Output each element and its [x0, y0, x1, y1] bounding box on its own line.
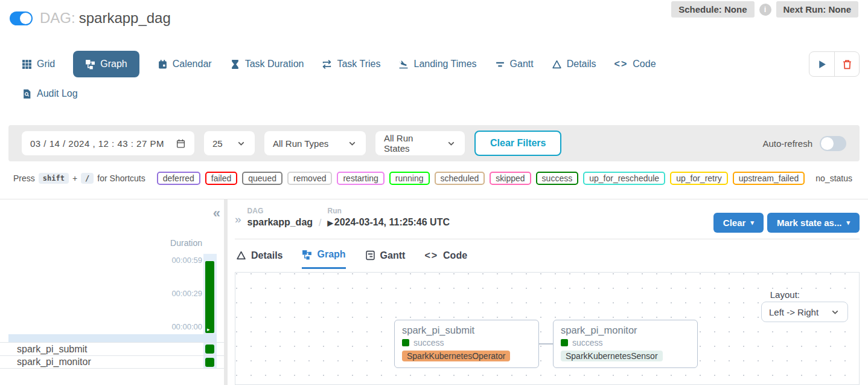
run-state-icon: ▶ — [328, 219, 333, 227]
tab-run-graph[interactable]: Graph — [302, 249, 345, 269]
dag-header: DAG:sparkapp_dag — [10, 10, 171, 27]
gantt-doc-icon — [365, 250, 375, 260]
tab-calendar[interactable]: Calendar — [158, 59, 212, 70]
airflow-app: Schedule: None i Next Run: None DAG:spar… — [0, 0, 868, 385]
calendar-picker-icon[interactable] — [176, 138, 186, 149]
status-badge[interactable]: queued — [242, 172, 282, 185]
base-date-input[interactable]: 03 / 14 / 2024 , 12 : 43 : 27 PM — [22, 131, 194, 155]
tab-task-tries[interactable]: Task Tries — [322, 59, 380, 70]
collapse-panel-icon[interactable]: « — [213, 207, 220, 220]
dag-enabled-toggle[interactable] — [10, 11, 33, 25]
selected-run-band — [8, 334, 217, 342]
clear-run-button[interactable]: Clear ▾ — [713, 213, 764, 233]
tab-label: Details — [567, 59, 596, 70]
shortcuts-text: for Shortcuts — [97, 173, 145, 183]
run-types-select[interactable]: All Run Types — [264, 131, 366, 155]
tab-landing-times[interactable]: Landing Times — [398, 59, 476, 70]
dag-name: sparkapp_dag — [79, 10, 171, 26]
auto-refresh-control: Auto-refresh — [762, 136, 846, 151]
task-state-row: success — [402, 338, 531, 348]
layout-label: Layout: — [770, 290, 800, 300]
tab-label: Landing Times — [413, 59, 476, 70]
task-row[interactable]: spark_pi_monitor — [0, 355, 224, 369]
axis-tick: 00:00:00 — [171, 322, 202, 331]
breadcrumb-run[interactable]: Run ▶2024-03-14, 11:25:46 UTC — [328, 207, 450, 228]
tab-gantt[interactable]: Gantt — [495, 59, 534, 70]
task-instance-square[interactable] — [205, 345, 214, 354]
task-list: spark_pi_submit spark_pi_monitor — [0, 342, 224, 369]
breadcrumb-dag[interactable]: DAG sparkapp_dag — [247, 207, 313, 228]
expand-panel-icon[interactable]: » — [235, 213, 241, 226]
run-types-value: All Run Types — [273, 138, 328, 149]
run-states-select[interactable]: All Run States — [375, 131, 465, 155]
layout-select[interactable]: Left -> Right — [761, 302, 848, 322]
status-badge[interactable]: success — [536, 172, 579, 185]
tab-label: Calendar — [173, 59, 212, 70]
tab-run-details[interactable]: Details — [236, 249, 282, 269]
task-row[interactable]: spark_pi_submit — [0, 342, 224, 355]
plane-landing-icon — [398, 59, 409, 70]
page-size-value: 25 — [212, 138, 223, 149]
task-node-title: spark_pi_submit — [402, 325, 531, 336]
breadcrumb-run-value: ▶2024-03-14, 11:25:46 UTC — [328, 217, 450, 228]
mark-state-button[interactable]: Mark state as... ▾ — [767, 213, 860, 233]
task-node-spark-pi-submit[interactable]: spark_pi_submit success SparkKubernetesO… — [394, 320, 539, 368]
status-badge[interactable]: scheduled — [435, 172, 485, 185]
info-icon[interactable]: i — [759, 4, 771, 16]
code-icon: <> — [424, 250, 438, 261]
tab-audit-log[interactable]: Audit Log — [22, 88, 78, 99]
status-badge[interactable]: deferred — [157, 172, 200, 185]
delete-dag-button[interactable] — [834, 52, 859, 76]
status-badge[interactable]: skipped — [490, 172, 531, 185]
mark-state-label: Mark state as... — [777, 218, 842, 228]
dag-actions — [809, 51, 860, 77]
status-badge[interactable]: up_for_reschedule — [583, 172, 665, 185]
filter-bar: 03 / 14 / 2024 , 12 : 43 : 27 PM 25 All … — [8, 125, 860, 161]
status-badge[interactable]: no_status — [809, 172, 858, 185]
page-size-select[interactable]: 25 — [204, 131, 255, 155]
chevron-down-icon — [446, 138, 456, 149]
play-icon — [817, 59, 827, 70]
auto-refresh-toggle[interactable] — [820, 136, 846, 151]
tab-code[interactable]: <> Code — [614, 59, 656, 70]
run-duration-bar[interactable]: ▸ — [205, 261, 214, 333]
trigger-dag-button[interactable] — [809, 52, 834, 76]
status-badge[interactable]: running — [389, 172, 430, 185]
tab-run-gantt[interactable]: Gantt — [365, 249, 406, 269]
view-tabs: Grid Graph Calendar Task Duration Task T… — [22, 51, 656, 77]
status-badge[interactable]: failed — [205, 172, 237, 185]
tab-grid[interactable]: Grid — [22, 59, 55, 70]
chevron-down-icon — [830, 307, 840, 317]
tab-run-code[interactable]: <> Code — [424, 249, 467, 269]
axis-tick: 00:00:59 — [171, 256, 202, 265]
slash-key: / — [81, 173, 94, 184]
caret-down-icon: ▾ — [750, 219, 754, 227]
shortcuts-hint: Press shift + / for Shortcuts — [13, 173, 145, 184]
tab-label: Task Tries — [337, 59, 380, 70]
shift-key: shift — [39, 173, 69, 184]
gantt-icon — [495, 59, 505, 70]
status-badge[interactable]: up_for_retry — [670, 172, 727, 185]
task-instance-square[interactable] — [205, 358, 214, 367]
chevron-down-icon — [347, 138, 357, 149]
tab-details[interactable]: Details — [552, 59, 596, 70]
dag-label: DAG: — [40, 10, 75, 26]
status-badge[interactable]: restarting — [337, 172, 384, 185]
status-badge[interactable]: removed — [287, 172, 332, 185]
breadcrumb-dag-value: sparkapp_dag — [247, 217, 313, 228]
breadcrumb-separator: / — [319, 218, 321, 228]
graph-canvas[interactable]: Layout: Left -> Right spark_pi_submit su… — [235, 272, 860, 385]
task-node-spark-pi-monitor[interactable]: spark_pi_monitor success SparkKubernetes… — [553, 320, 698, 368]
clear-filters-button[interactable]: Clear Filters — [474, 131, 561, 156]
run-detail-panel: » DAG sparkapp_dag / Run ▶2024-03-14, 11… — [228, 199, 868, 385]
breadcrumb-run-label: Run — [328, 207, 450, 215]
status-badge[interactable]: upstream_failed — [733, 172, 805, 185]
task-state-row: success — [561, 338, 690, 348]
repeat-icon — [322, 59, 332, 70]
schedule-badge: Schedule: None — [671, 1, 754, 18]
tab-graph[interactable]: Graph — [73, 51, 139, 77]
state-text: success — [413, 338, 444, 348]
run-timestamp: 2024-03-14, 11:25:46 UTC — [334, 217, 450, 227]
tab-task-duration[interactable]: Task Duration — [230, 59, 304, 70]
breadcrumb: » DAG sparkapp_dag / Run ▶2024-03-14, 11… — [235, 207, 450, 228]
